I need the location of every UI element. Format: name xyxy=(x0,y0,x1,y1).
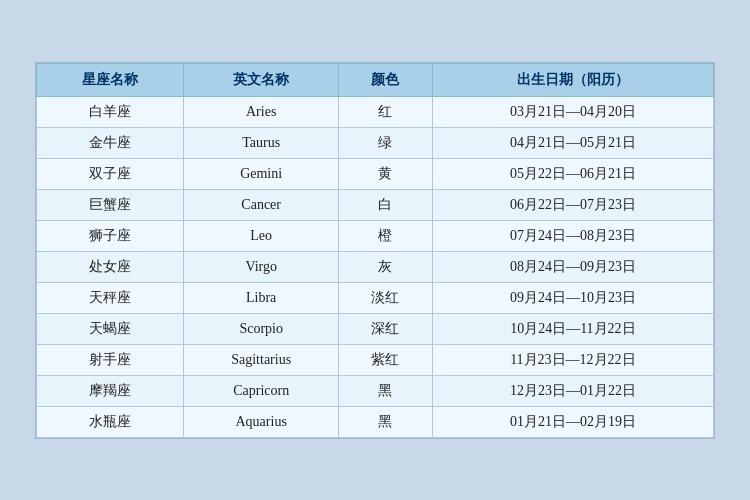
cell-chinese-name: 天秤座 xyxy=(37,282,184,313)
header-color: 颜色 xyxy=(339,63,433,96)
cell-english-name: Leo xyxy=(184,220,339,251)
cell-english-name: Scorpio xyxy=(184,313,339,344)
cell-color: 红 xyxy=(339,96,433,127)
cell-chinese-name: 射手座 xyxy=(37,344,184,375)
cell-color: 黑 xyxy=(339,406,433,437)
table-row: 巨蟹座Cancer白06月22日—07月23日 xyxy=(37,189,714,220)
table-header-row: 星座名称 英文名称 颜色 出生日期（阳历） xyxy=(37,63,714,96)
table-row: 金牛座Taurus绿04月21日—05月21日 xyxy=(37,127,714,158)
cell-dates: 05月22日—06月21日 xyxy=(432,158,713,189)
cell-dates: 12月23日—01月22日 xyxy=(432,375,713,406)
cell-color: 黄 xyxy=(339,158,433,189)
cell-chinese-name: 处女座 xyxy=(37,251,184,282)
cell-color: 绿 xyxy=(339,127,433,158)
cell-dates: 08月24日—09月23日 xyxy=(432,251,713,282)
header-dates: 出生日期（阳历） xyxy=(432,63,713,96)
cell-dates: 06月22日—07月23日 xyxy=(432,189,713,220)
cell-chinese-name: 天蝎座 xyxy=(37,313,184,344)
cell-dates: 03月21日—04月20日 xyxy=(432,96,713,127)
table-row: 狮子座Leo橙07月24日—08月23日 xyxy=(37,220,714,251)
cell-english-name: Taurus xyxy=(184,127,339,158)
table-body: 白羊座Aries红03月21日—04月20日金牛座Taurus绿04月21日—0… xyxy=(37,96,714,437)
cell-chinese-name: 水瓶座 xyxy=(37,406,184,437)
header-english-name: 英文名称 xyxy=(184,63,339,96)
cell-english-name: Aquarius xyxy=(184,406,339,437)
cell-english-name: Libra xyxy=(184,282,339,313)
cell-chinese-name: 狮子座 xyxy=(37,220,184,251)
table-row: 处女座Virgo灰08月24日—09月23日 xyxy=(37,251,714,282)
cell-color: 橙 xyxy=(339,220,433,251)
cell-color: 深红 xyxy=(339,313,433,344)
cell-chinese-name: 双子座 xyxy=(37,158,184,189)
cell-english-name: Cancer xyxy=(184,189,339,220)
cell-dates: 04月21日—05月21日 xyxy=(432,127,713,158)
cell-english-name: Gemini xyxy=(184,158,339,189)
table-row: 射手座Sagittarius紫红11月23日—12月22日 xyxy=(37,344,714,375)
cell-dates: 07月24日—08月23日 xyxy=(432,220,713,251)
cell-dates: 01月21日—02月19日 xyxy=(432,406,713,437)
cell-english-name: Virgo xyxy=(184,251,339,282)
cell-color: 紫红 xyxy=(339,344,433,375)
table-row: 天蝎座Scorpio深红10月24日—11月22日 xyxy=(37,313,714,344)
table-row: 天秤座Libra淡红09月24日—10月23日 xyxy=(37,282,714,313)
table-row: 水瓶座Aquarius黑01月21日—02月19日 xyxy=(37,406,714,437)
cell-color: 黑 xyxy=(339,375,433,406)
cell-chinese-name: 摩羯座 xyxy=(37,375,184,406)
table-row: 白羊座Aries红03月21日—04月20日 xyxy=(37,96,714,127)
zodiac-table-container: 星座名称 英文名称 颜色 出生日期（阳历） 白羊座Aries红03月21日—04… xyxy=(35,62,715,439)
cell-dates: 09月24日—10月23日 xyxy=(432,282,713,313)
header-chinese-name: 星座名称 xyxy=(37,63,184,96)
cell-english-name: Capricorn xyxy=(184,375,339,406)
cell-english-name: Sagittarius xyxy=(184,344,339,375)
cell-chinese-name: 金牛座 xyxy=(37,127,184,158)
cell-color: 灰 xyxy=(339,251,433,282)
cell-dates: 11月23日—12月22日 xyxy=(432,344,713,375)
cell-chinese-name: 白羊座 xyxy=(37,96,184,127)
table-row: 双子座Gemini黄05月22日—06月21日 xyxy=(37,158,714,189)
cell-color: 白 xyxy=(339,189,433,220)
cell-dates: 10月24日—11月22日 xyxy=(432,313,713,344)
cell-chinese-name: 巨蟹座 xyxy=(37,189,184,220)
zodiac-table: 星座名称 英文名称 颜色 出生日期（阳历） 白羊座Aries红03月21日—04… xyxy=(36,63,714,438)
cell-color: 淡红 xyxy=(339,282,433,313)
table-row: 摩羯座Capricorn黑12月23日—01月22日 xyxy=(37,375,714,406)
cell-english-name: Aries xyxy=(184,96,339,127)
